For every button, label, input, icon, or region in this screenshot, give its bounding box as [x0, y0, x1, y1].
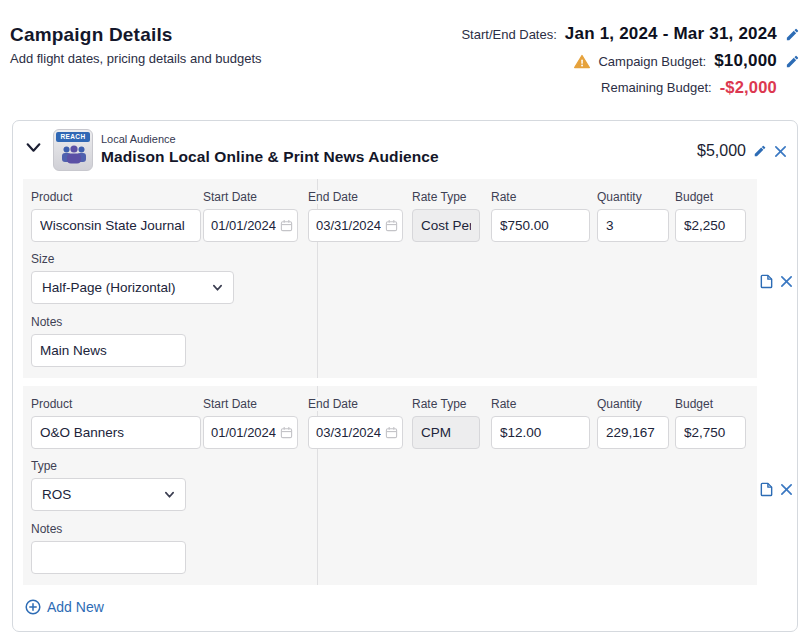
add-new-button[interactable]: Add New [25, 599, 104, 615]
calendar-icon[interactable] [385, 219, 398, 232]
size-label: Size [31, 252, 57, 266]
page-title: Campaign Details [10, 24, 173, 46]
budget-input[interactable] [675, 416, 746, 449]
campaign-budget-value: $10,000 [714, 51, 777, 71]
start-date-label: Start Date [203, 190, 260, 204]
rate-label: Rate [491, 190, 519, 204]
rate-field: Rate [491, 394, 590, 449]
type-label: Type [31, 459, 60, 473]
start-date-label: Start Date [203, 397, 260, 411]
quantity-field: Quantity [597, 187, 669, 242]
remaining-budget-row: Remaining Budget: -$2,000 [601, 78, 777, 97]
product-field: Product [31, 394, 201, 449]
rate-type-label: Rate Type [412, 190, 469, 204]
notes-label: Notes [31, 522, 65, 536]
audience-category: Local Audience [101, 133, 439, 145]
product-label: Product [31, 190, 75, 204]
budget-summary: Start/End Dates: Jan 1, 2024 - Mar 31, 2… [461, 24, 800, 97]
calendar-icon[interactable] [280, 219, 293, 232]
product-input[interactable] [31, 416, 201, 449]
campaign-details-page: Campaign Details Add flight dates, prici… [0, 0, 809, 640]
rate-type-field: Rate Type [412, 187, 480, 242]
start-date-field: Start Date [203, 187, 298, 242]
end-date-field: End Date [308, 394, 403, 449]
notes-input[interactable] [31, 334, 186, 367]
quantity-field: Quantity [597, 394, 669, 449]
budget-input[interactable] [675, 209, 746, 242]
dates-label: Start/End Dates: [461, 27, 556, 42]
line-item-row: Product Start Date End Date Rate Type [23, 386, 757, 585]
line-item-actions [759, 481, 793, 497]
edit-dates-pencil-icon[interactable] [785, 27, 800, 42]
line-item-row: Product Start Date End Date Rate Type [23, 179, 757, 378]
card-budget-value: $5,000 [697, 142, 746, 160]
campaign-budget-row: Campaign Budget: $10,000 [574, 51, 800, 71]
reach-logo: REACH [53, 129, 93, 171]
people-icon [61, 145, 87, 165]
remaining-budget-label: Remaining Budget: [601, 80, 712, 95]
product-label: Product [31, 397, 75, 411]
campaign-budget-label: Campaign Budget: [598, 54, 706, 69]
copy-line-item-icon[interactable] [759, 273, 774, 289]
end-date-label: End Date [308, 397, 361, 411]
size-select-value: Half-Page (Horizontal) [42, 280, 176, 295]
audience-card: REACH Local Audience Madison Local Onlin… [12, 120, 798, 632]
start-date-field: Start Date [203, 394, 298, 449]
budget-field: Budget [675, 187, 746, 242]
quantity-label: Quantity [597, 190, 645, 204]
end-date-label: End Date [308, 190, 361, 204]
remove-card-icon[interactable] [774, 145, 787, 158]
audience-title: Madison Local Online & Print News Audien… [101, 148, 439, 166]
chevron-down-icon [164, 489, 175, 500]
edit-budget-pencil-icon[interactable] [785, 54, 800, 69]
card-budget-group: $5,000 [697, 142, 787, 160]
rate-type-field: Rate Type [412, 394, 480, 449]
remove-line-item-icon[interactable] [780, 275, 793, 288]
rate-type-label: Rate Type [412, 397, 469, 411]
remaining-budget-value: -$2,000 [720, 78, 777, 97]
warning-icon [574, 54, 590, 69]
type-select-value: ROS [42, 487, 71, 502]
budget-label: Budget [675, 397, 716, 411]
copy-line-item-icon[interactable] [759, 481, 774, 497]
size-select[interactable]: Half-Page (Horizontal) [31, 271, 234, 304]
rate-type-input [412, 416, 480, 449]
notes-field: Notes [31, 519, 186, 574]
size-field: Size Half-Page (Horizontal) [31, 249, 234, 304]
calendar-icon[interactable] [280, 426, 293, 439]
reach-logo-text: REACH [56, 132, 90, 142]
quantity-input[interactable] [597, 209, 669, 242]
rate-input[interactable] [491, 416, 590, 449]
calendar-icon[interactable] [385, 426, 398, 439]
end-date-field: End Date [308, 187, 403, 242]
budget-label: Budget [675, 190, 716, 204]
budget-field: Budget [675, 394, 746, 449]
rate-label: Rate [491, 397, 519, 411]
quantity-input[interactable] [597, 416, 669, 449]
page-subtitle: Add flight dates, pricing details and bu… [10, 51, 262, 66]
card-heading: Local Audience Madison Local Online & Pr… [101, 133, 439, 166]
collapse-chevron-icon[interactable] [25, 139, 42, 156]
edit-card-budget-pencil-icon[interactable] [753, 144, 767, 158]
notes-label: Notes [31, 315, 65, 329]
add-new-label: Add New [47, 599, 104, 615]
rate-input[interactable] [491, 209, 590, 242]
type-field: Type ROS [31, 456, 186, 511]
plus-circle-icon [25, 599, 41, 615]
start-end-dates-row: Start/End Dates: Jan 1, 2024 - Mar 31, 2… [461, 24, 800, 44]
remove-line-item-icon[interactable] [780, 483, 793, 496]
product-input[interactable] [31, 209, 201, 242]
notes-field: Notes [31, 312, 186, 367]
type-select[interactable]: ROS [31, 478, 186, 511]
rate-type-input [412, 209, 480, 242]
rate-field: Rate [491, 187, 590, 242]
notes-input[interactable] [31, 541, 186, 574]
line-item-actions [759, 273, 793, 289]
chevron-down-icon [212, 282, 223, 293]
product-field: Product [31, 187, 201, 242]
quantity-label: Quantity [597, 397, 645, 411]
dates-value: Jan 1, 2024 - Mar 31, 2024 [565, 24, 777, 44]
